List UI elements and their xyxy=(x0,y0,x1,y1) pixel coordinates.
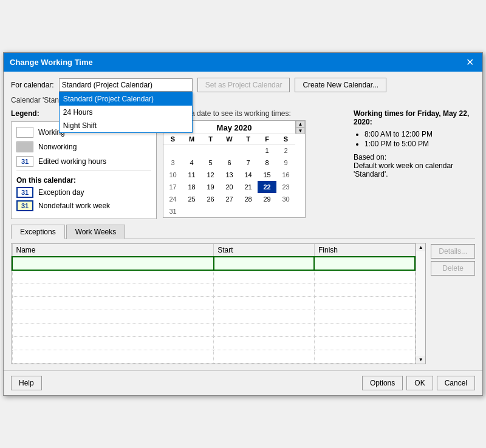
cal-day-empty-end6 xyxy=(276,205,295,217)
calendar-scrollbar: ▲ ▼ xyxy=(295,121,305,134)
cell-finish[interactable] xyxy=(314,337,415,350)
cell-name[interactable] xyxy=(12,257,214,270)
tab-bar: Exceptions Work Weeks xyxy=(11,224,475,239)
col-name: Name xyxy=(12,243,214,257)
cal-day-7[interactable]: 7 xyxy=(239,157,258,169)
edited-swatch-num: 31 xyxy=(21,158,29,165)
cell-start[interactable] xyxy=(214,297,315,310)
dropdown-item-24hours[interactable]: 24 Hours xyxy=(60,106,192,119)
table-row[interactable] xyxy=(12,257,415,270)
dialog-body: For calendar: Standard (Project Calendar… xyxy=(4,72,482,371)
table-row[interactable] xyxy=(12,283,415,297)
cell-start[interactable] xyxy=(214,257,315,270)
cal-day-12[interactable]: 12 xyxy=(201,169,220,181)
cell-finish[interactable] xyxy=(314,310,415,324)
cell-name[interactable] xyxy=(12,297,214,310)
cal-day-19[interactable]: 19 xyxy=(201,181,220,193)
calendar-grid: S M T W T F S 1 2 xyxy=(163,134,305,217)
cal-day-10[interactable]: 10 xyxy=(163,169,182,181)
options-button[interactable]: Options xyxy=(362,376,403,390)
table-row[interactable] xyxy=(12,337,415,350)
cal-day-15[interactable]: 15 xyxy=(258,169,276,181)
create-new-calendar-button[interactable]: Create New Calendar... xyxy=(295,78,386,92)
cell-name[interactable] xyxy=(12,350,214,364)
legend-exception-day: 31 Exception day xyxy=(16,187,151,198)
cal-day-28[interactable]: 28 xyxy=(239,193,258,205)
cal-day-16[interactable]: 16 xyxy=(276,169,295,181)
delete-button[interactable]: Delete xyxy=(431,261,475,276)
cal-day-empty-end5 xyxy=(258,205,276,217)
tab-work-weeks[interactable]: Work Weeks xyxy=(66,225,126,239)
day-header-m: M xyxy=(182,134,201,144)
cell-start[interactable] xyxy=(214,310,315,324)
cal-day-30[interactable]: 30 xyxy=(276,193,295,205)
cal-day-27[interactable]: 27 xyxy=(220,193,239,205)
exception-swatch: 31 xyxy=(16,187,33,198)
cell-finish[interactable] xyxy=(314,283,415,297)
cell-start[interactable] xyxy=(214,350,315,364)
cell-start[interactable] xyxy=(214,270,315,283)
cal-day-21[interactable]: 21 xyxy=(239,181,258,193)
working-time-2: 1:00 PM to 5:00 PM xyxy=(364,140,475,148)
cal-day-31[interactable]: 31 xyxy=(163,205,182,217)
cal-day-2[interactable]: 2 xyxy=(276,144,295,157)
ok-button[interactable]: OK xyxy=(406,376,433,390)
cal-day-4[interactable]: 4 xyxy=(182,157,201,169)
cell-finish[interactable] xyxy=(314,270,415,283)
cal-day-20[interactable]: 20 xyxy=(220,181,239,193)
cal-day-9[interactable]: 9 xyxy=(276,157,295,169)
legend-nondefault-week: 31 Nondefault work week xyxy=(16,200,151,211)
cell-start[interactable] xyxy=(214,324,315,337)
legend-item-edited: 31 Edited working hours xyxy=(16,156,151,167)
cell-finish[interactable] xyxy=(314,350,415,364)
cal-day-29[interactable]: 29 xyxy=(258,193,276,205)
cell-finish[interactable] xyxy=(314,257,415,270)
cell-name[interactable] xyxy=(12,310,214,324)
cal-day-25[interactable]: 25 xyxy=(182,193,201,205)
table-row[interactable] xyxy=(12,270,415,283)
cal-day-24[interactable]: 24 xyxy=(163,193,182,205)
cell-name[interactable] xyxy=(12,283,214,297)
tab-exceptions[interactable]: Exceptions xyxy=(11,225,65,239)
calendar-scroll-up[interactable]: ▲ xyxy=(296,121,305,127)
cal-day-6[interactable]: 6 xyxy=(220,157,239,169)
set-as-project-calendar-button[interactable]: Set as Project Calendar xyxy=(197,78,290,92)
cal-day-14[interactable]: 14 xyxy=(239,169,258,181)
exceptions-scroll-up[interactable]: ▲ xyxy=(416,243,425,251)
cal-day-1[interactable]: 1 xyxy=(258,144,276,157)
cal-day-11[interactable]: 11 xyxy=(182,169,201,181)
dropdown-item-nightshift[interactable]: Night Shift xyxy=(60,119,192,132)
nondefault-swatch: 31 xyxy=(16,200,33,211)
cell-finish[interactable] xyxy=(314,324,415,337)
cancel-button[interactable]: Cancel xyxy=(437,376,475,390)
table-row[interactable] xyxy=(12,310,415,324)
cal-day-26[interactable]: 26 xyxy=(201,193,220,205)
cell-start[interactable] xyxy=(214,337,315,350)
help-button[interactable]: Help xyxy=(11,376,42,390)
table-row[interactable] xyxy=(12,350,415,364)
cell-start[interactable] xyxy=(214,283,315,297)
cal-day-23[interactable]: 23 xyxy=(276,181,295,193)
exceptions-scroll-down[interactable]: ▼ xyxy=(416,356,425,364)
cell-name[interactable] xyxy=(12,270,214,283)
cal-day-22[interactable]: 22 xyxy=(258,181,276,193)
details-button[interactable]: Details... xyxy=(431,244,475,259)
cell-finish[interactable] xyxy=(314,297,415,310)
cal-day-18[interactable]: 18 xyxy=(182,181,201,193)
exceptions-table-wrapper: Name Start Finish xyxy=(11,243,416,365)
cell-name[interactable] xyxy=(12,324,214,337)
dropdown-item-standard[interactable]: Standard (Project Calendar) xyxy=(60,92,192,106)
cell-name[interactable] xyxy=(12,337,214,350)
cal-day-13[interactable]: 13 xyxy=(220,169,239,181)
calendar-select[interactable]: Standard (Project Calendar) 24 Hours Nig… xyxy=(59,78,193,92)
cal-day-empty3 xyxy=(201,144,220,157)
exceptions-grid: Name Start Finish xyxy=(11,243,475,365)
cal-day-5[interactable]: 5 xyxy=(201,157,220,169)
table-row[interactable] xyxy=(12,297,415,310)
table-row[interactable] xyxy=(12,324,415,337)
cal-day-3[interactable]: 3 xyxy=(163,157,182,169)
close-button[interactable]: ✕ xyxy=(464,56,476,68)
calendar-scroll-down[interactable]: ▼ xyxy=(296,127,305,134)
cal-day-8[interactable]: 8 xyxy=(258,157,276,169)
cal-day-17[interactable]: 17 xyxy=(163,181,182,193)
